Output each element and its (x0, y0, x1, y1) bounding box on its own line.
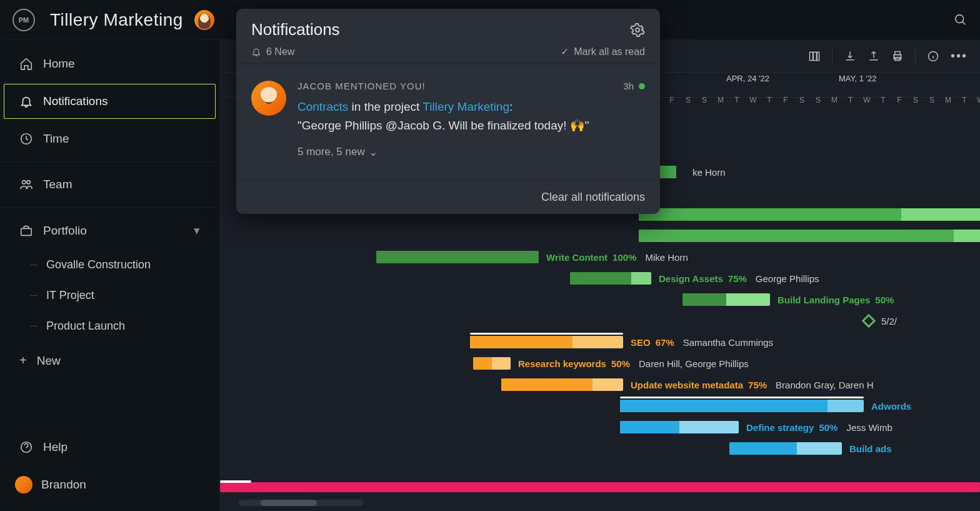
task-percent: 75% (748, 380, 767, 390)
svg-rect-5 (21, 228, 32, 235)
task-row: Build ads (220, 438, 980, 459)
notification-item[interactable]: JACOB MENTIONED YOU! 3h Contracts in the… (251, 72, 645, 168)
sidebar-user[interactable]: Brandon (0, 466, 219, 503)
app-logo[interactable]: PM (12, 9, 35, 31)
task-label: Design Assets75%George Phillips (659, 273, 819, 284)
task-label: Research keywords50%Daren Hill, George P… (518, 358, 749, 369)
link-contracts[interactable]: Contracts (298, 100, 348, 113)
user-avatar-icon (15, 476, 32, 493)
download-icon[interactable] (844, 50, 856, 63)
milestone-icon[interactable] (862, 314, 876, 328)
sidebar-item-notifications[interactable]: Notifications (4, 84, 216, 119)
svg-rect-9 (817, 52, 819, 60)
gantt-bar[interactable]: Build Landing Pages50% (682, 293, 770, 306)
gantt-bar[interactable]: Design Assets75%George Phillips (570, 272, 651, 285)
month-label: MAY, 1 '22 (839, 74, 877, 83)
task-assignee: Mike Horn (645, 252, 688, 263)
gantt-bar[interactable]: Creativ (639, 230, 980, 242)
sidebar-item-team[interactable]: Team (4, 167, 216, 202)
sidebar-user-name: Brandon (41, 478, 86, 492)
task-label: Build ads (849, 443, 892, 454)
task-assignee: Samantha Cummings (683, 337, 773, 348)
notification-more-toggle[interactable]: 5 more, 5 new ⌄ (298, 146, 645, 159)
task-name: Build Landing Pages (778, 295, 870, 305)
svg-rect-7 (809, 52, 812, 60)
sidebar-item-help[interactable]: Help (4, 430, 216, 465)
notification-text: Contracts in the project Tillery Marketi… (298, 98, 645, 136)
task-name: Build ads (849, 443, 892, 454)
svg-point-14 (636, 28, 639, 32)
sidebar-item-label: Team (43, 178, 72, 191)
columns-icon[interactable] (808, 50, 821, 63)
sidebar-item-portfolio[interactable]: Portfolio ▾ (4, 213, 216, 248)
print-icon[interactable] (891, 50, 904, 63)
gantt-bar[interactable]: Research keywords50%Daren Hill, George P… (473, 357, 511, 370)
task-row: Adwords (220, 395, 980, 417)
unread-dot-icon (639, 83, 645, 89)
task-row: Write Content100%Mike Horn (220, 246, 980, 268)
task-label: Build Landing Pages50% (778, 295, 894, 305)
task-assignee: Brandon Gray, Daren H (776, 380, 873, 390)
header-avatar[interactable] (194, 10, 214, 30)
gantt-bar[interactable]: Build ads (729, 442, 842, 455)
share-icon[interactable] (868, 50, 880, 63)
svg-point-0 (956, 14, 964, 23)
task-percent: 50% (875, 295, 894, 305)
gantt-bar[interactable]: Adwords (620, 400, 864, 412)
portfolio-child-it[interactable]: IT Project (0, 280, 219, 311)
sidebar-item-label: New (37, 354, 61, 368)
task-name: Design Assets (659, 273, 723, 284)
sidebar-item-label: Home (43, 57, 75, 71)
sidebar-item-label: Portfolio (43, 224, 87, 238)
task-percent: 75% (728, 273, 747, 284)
sidebar-item-time[interactable]: Time (4, 121, 216, 156)
task-label: Update website metadata75%Brandon Gray, … (631, 380, 874, 390)
task-name: Adwords (871, 401, 911, 412)
scrollbar-track[interactable] (239, 500, 364, 506)
task-name: SEO (631, 337, 651, 348)
task-percent: 67% (656, 337, 674, 348)
scrollbar-thumb[interactable] (261, 500, 317, 506)
more-icon[interactable]: ••• (951, 49, 968, 63)
task-label: Define strategy50%Jess Wimb (746, 422, 892, 433)
info-icon[interactable] (927, 50, 939, 63)
bell-small-icon (251, 47, 261, 57)
task-percent: 50% (819, 422, 838, 433)
portfolio-child-product-launch[interactable]: Product Launch (0, 311, 219, 342)
gear-icon[interactable] (630, 23, 645, 38)
plus-icon: + (19, 353, 27, 368)
bell-icon (19, 94, 33, 108)
task-assignee: Daren Hill, George Phillips (639, 358, 749, 369)
link-project[interactable]: Tillery Marketing (422, 100, 509, 113)
new-count: 6 New (266, 46, 294, 58)
task-row: 5/2/ (220, 310, 980, 331)
sidebar-item-new[interactable]: + New (4, 343, 216, 378)
notifications-title: Notifications (251, 20, 340, 39)
task-assignee: Jess Wimb (846, 422, 892, 433)
task-row: Define strategy50%Jess Wimb (220, 417, 980, 438)
clear-all-button[interactable]: Clear all notifications (236, 180, 660, 214)
help-icon (19, 440, 33, 454)
mark-all-read-button[interactable]: ✓ Mark all as read (561, 46, 645, 58)
search-icon[interactable] (954, 13, 968, 27)
task-percent: 100% (612, 252, 636, 263)
check-icon: ✓ (561, 46, 569, 58)
task-row: SEO67%Samantha Cummings (220, 331, 980, 353)
task-name: Write Content (546, 252, 608, 263)
task-percent: 50% (611, 358, 630, 369)
task-assignee: ke Horn (692, 167, 726, 178)
task-row: Design Assets75%George Phillips (220, 268, 980, 289)
task-row: Build Landing Pages50% (220, 289, 980, 310)
gantt-bar[interactable]: ps, Jennifer Lennon, Jess Wimber... (639, 208, 980, 221)
sidebar-item-label: Notifications (43, 94, 108, 108)
gantt-bar[interactable]: SEO67%Samantha Cummings (470, 336, 623, 348)
notifications-panel: Notifications 6 New ✓ Mark all as read J… (236, 9, 660, 214)
progress-summary-bar (220, 482, 980, 492)
notification-heading: JACOB MENTIONED YOU! (298, 81, 426, 91)
portfolio-child-govalle[interactable]: Govalle Construction (0, 250, 219, 280)
sidebar-item-home[interactable]: Home (4, 46, 216, 81)
gantt-bar[interactable]: Update website metadata75%Brandon Gray, … (501, 378, 623, 391)
gantt-bar[interactable]: Write Content100%Mike Horn (376, 251, 539, 263)
notification-time: 3h (623, 81, 634, 91)
gantt-bar[interactable]: Define strategy50%Jess Wimb (620, 421, 739, 433)
